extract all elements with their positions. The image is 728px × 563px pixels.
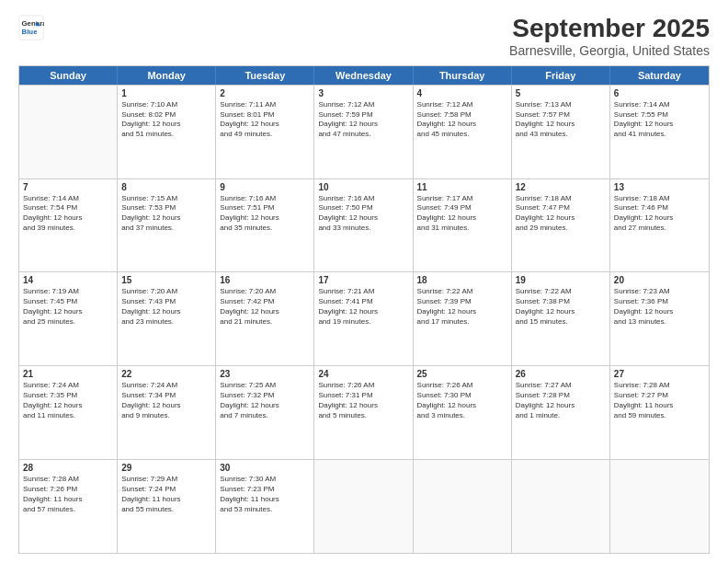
day-info: Sunrise: 7:17 AM Sunset: 7:49 PM Dayligh… (417, 194, 507, 234)
day-number: 26 (516, 369, 606, 379)
calendar-cell: 7Sunrise: 7:14 AM Sunset: 7:54 PM Daylig… (19, 179, 118, 272)
header-day: Wednesday (314, 66, 413, 85)
day-info: Sunrise: 7:15 AM Sunset: 7:53 PM Dayligh… (121, 194, 211, 234)
calendar-cell: 22Sunrise: 7:24 AM Sunset: 7:34 PM Dayli… (118, 366, 216, 459)
header-day: Thursday (414, 66, 512, 85)
day-info: Sunrise: 7:24 AM Sunset: 7:34 PM Dayligh… (121, 381, 211, 420)
calendar-body: 1Sunrise: 7:10 AM Sunset: 8:02 PM Daylig… (19, 85, 709, 553)
day-info: Sunrise: 7:21 AM Sunset: 7:41 PM Dayligh… (318, 287, 408, 327)
day-info: Sunrise: 7:22 AM Sunset: 7:39 PM Dayligh… (417, 287, 507, 327)
calendar-cell: 30Sunrise: 7:30 AM Sunset: 7:23 PM Dayli… (216, 460, 314, 553)
calendar-cell: 21Sunrise: 7:24 AM Sunset: 7:35 PM Dayli… (19, 366, 118, 459)
day-info: Sunrise: 7:16 AM Sunset: 7:50 PM Dayligh… (318, 194, 408, 234)
day-info: Sunrise: 7:26 AM Sunset: 7:31 PM Dayligh… (318, 381, 408, 420)
calendar-cell: 25Sunrise: 7:26 AM Sunset: 7:30 PM Dayli… (414, 366, 512, 459)
calendar-row: 1Sunrise: 7:10 AM Sunset: 8:02 PM Daylig… (19, 85, 709, 178)
day-info: Sunrise: 7:18 AM Sunset: 7:47 PM Dayligh… (516, 194, 606, 234)
day-info: Sunrise: 7:24 AM Sunset: 7:35 PM Dayligh… (23, 381, 113, 420)
day-number: 13 (614, 182, 705, 192)
calendar-cell: 11Sunrise: 7:17 AM Sunset: 7:49 PM Dayli… (414, 179, 512, 272)
header-day: Saturday (610, 66, 709, 85)
calendar: SundayMondayTuesdayWednesdayThursdayFrid… (18, 65, 710, 554)
day-number: 22 (121, 369, 211, 379)
day-number: 18 (417, 275, 507, 285)
day-number: 9 (220, 182, 310, 192)
day-number: 6 (614, 88, 705, 98)
location-subtitle: Barnesville, Georgia, United States (509, 43, 710, 58)
day-number: 3 (318, 88, 408, 98)
calendar-row: 14Sunrise: 7:19 AM Sunset: 7:45 PM Dayli… (19, 271, 709, 365)
day-info: Sunrise: 7:14 AM Sunset: 7:55 PM Dayligh… (614, 100, 705, 140)
day-number: 19 (516, 275, 606, 285)
day-info: Sunrise: 7:11 AM Sunset: 8:01 PM Dayligh… (220, 100, 310, 140)
calendar-cell: 20Sunrise: 7:23 AM Sunset: 7:36 PM Dayli… (610, 272, 709, 365)
header-day: Tuesday (216, 66, 314, 85)
calendar-cell: 1Sunrise: 7:10 AM Sunset: 8:02 PM Daylig… (118, 86, 216, 178)
calendar-cell: 5Sunrise: 7:13 AM Sunset: 7:57 PM Daylig… (512, 86, 610, 178)
calendar-cell: 19Sunrise: 7:22 AM Sunset: 7:38 PM Dayli… (512, 272, 610, 365)
day-info: Sunrise: 7:13 AM Sunset: 7:57 PM Dayligh… (516, 100, 606, 140)
day-info: Sunrise: 7:20 AM Sunset: 7:42 PM Dayligh… (220, 287, 310, 327)
calendar-cell: 24Sunrise: 7:26 AM Sunset: 7:31 PM Dayli… (314, 366, 413, 459)
day-info: Sunrise: 7:27 AM Sunset: 7:28 PM Dayligh… (516, 381, 606, 420)
day-info: Sunrise: 7:10 AM Sunset: 8:02 PM Dayligh… (121, 100, 211, 140)
calendar-cell (512, 460, 610, 553)
day-number: 2 (220, 88, 310, 98)
day-number: 12 (516, 182, 606, 192)
calendar-cell (414, 460, 512, 553)
day-number: 27 (614, 369, 705, 379)
svg-text:General: General (22, 19, 45, 28)
day-info: Sunrise: 7:16 AM Sunset: 7:51 PM Dayligh… (220, 194, 310, 234)
day-info: Sunrise: 7:19 AM Sunset: 7:45 PM Dayligh… (23, 287, 113, 327)
day-info: Sunrise: 7:23 AM Sunset: 7:36 PM Dayligh… (614, 287, 705, 327)
day-info: Sunrise: 7:20 AM Sunset: 7:43 PM Dayligh… (121, 287, 211, 327)
day-number: 23 (220, 369, 310, 379)
calendar-cell: 4Sunrise: 7:12 AM Sunset: 7:58 PM Daylig… (414, 86, 512, 178)
day-number: 11 (417, 182, 507, 192)
day-number: 28 (23, 463, 113, 473)
header-day: Monday (118, 66, 216, 85)
calendar-cell: 16Sunrise: 7:20 AM Sunset: 7:42 PM Dayli… (216, 272, 314, 365)
logo: General Blue (18, 15, 44, 40)
day-number: 5 (516, 88, 606, 98)
calendar-cell: 2Sunrise: 7:11 AM Sunset: 8:01 PM Daylig… (216, 86, 314, 178)
day-info: Sunrise: 7:29 AM Sunset: 7:24 PM Dayligh… (121, 475, 211, 514)
day-info: Sunrise: 7:25 AM Sunset: 7:32 PM Dayligh… (220, 381, 310, 420)
calendar-cell: 14Sunrise: 7:19 AM Sunset: 7:45 PM Dayli… (19, 272, 118, 365)
calendar-header: SundayMondayTuesdayWednesdayThursdayFrid… (19, 66, 709, 85)
calendar-cell: 3Sunrise: 7:12 AM Sunset: 7:59 PM Daylig… (314, 86, 413, 178)
logo-icon: General Blue (18, 15, 44, 40)
calendar-cell (19, 86, 118, 178)
calendar-cell: 28Sunrise: 7:28 AM Sunset: 7:26 PM Dayli… (19, 460, 118, 553)
day-info: Sunrise: 7:22 AM Sunset: 7:38 PM Dayligh… (516, 287, 606, 327)
calendar-cell: 6Sunrise: 7:14 AM Sunset: 7:55 PM Daylig… (610, 86, 709, 178)
svg-text:Blue: Blue (22, 28, 39, 36)
calendar-cell: 18Sunrise: 7:22 AM Sunset: 7:39 PM Dayli… (414, 272, 512, 365)
day-number: 20 (614, 275, 705, 285)
calendar-cell: 17Sunrise: 7:21 AM Sunset: 7:41 PM Dayli… (314, 272, 413, 365)
day-number: 16 (220, 275, 310, 285)
day-number: 10 (318, 182, 408, 192)
calendar-cell: 12Sunrise: 7:18 AM Sunset: 7:47 PM Dayli… (512, 179, 610, 272)
calendar-row: 7Sunrise: 7:14 AM Sunset: 7:54 PM Daylig… (19, 178, 709, 272)
calendar-cell: 26Sunrise: 7:27 AM Sunset: 7:28 PM Dayli… (512, 366, 610, 459)
day-number: 24 (318, 369, 408, 379)
header-day: Sunday (19, 66, 118, 85)
calendar-row: 21Sunrise: 7:24 AM Sunset: 7:35 PM Dayli… (19, 365, 709, 459)
day-number: 4 (417, 88, 507, 98)
calendar-row: 28Sunrise: 7:28 AM Sunset: 7:26 PM Dayli… (19, 459, 709, 553)
calendar-cell: 29Sunrise: 7:29 AM Sunset: 7:24 PM Dayli… (118, 460, 216, 553)
calendar-cell: 15Sunrise: 7:20 AM Sunset: 7:43 PM Dayli… (118, 272, 216, 365)
day-info: Sunrise: 7:26 AM Sunset: 7:30 PM Dayligh… (417, 381, 507, 420)
header: General Blue September 2025 Barnesville,… (18, 15, 710, 58)
day-info: Sunrise: 7:30 AM Sunset: 7:23 PM Dayligh… (220, 475, 310, 514)
calendar-cell: 27Sunrise: 7:28 AM Sunset: 7:27 PM Dayli… (610, 366, 709, 459)
day-info: Sunrise: 7:28 AM Sunset: 7:26 PM Dayligh… (23, 475, 113, 514)
day-number: 15 (121, 275, 211, 285)
day-number: 29 (121, 463, 211, 473)
day-info: Sunrise: 7:28 AM Sunset: 7:27 PM Dayligh… (614, 381, 705, 420)
day-info: Sunrise: 7:18 AM Sunset: 7:46 PM Dayligh… (614, 194, 705, 234)
calendar-cell: 9Sunrise: 7:16 AM Sunset: 7:51 PM Daylig… (216, 179, 314, 272)
day-info: Sunrise: 7:12 AM Sunset: 7:58 PM Dayligh… (417, 100, 507, 140)
header-day: Friday (512, 66, 610, 85)
